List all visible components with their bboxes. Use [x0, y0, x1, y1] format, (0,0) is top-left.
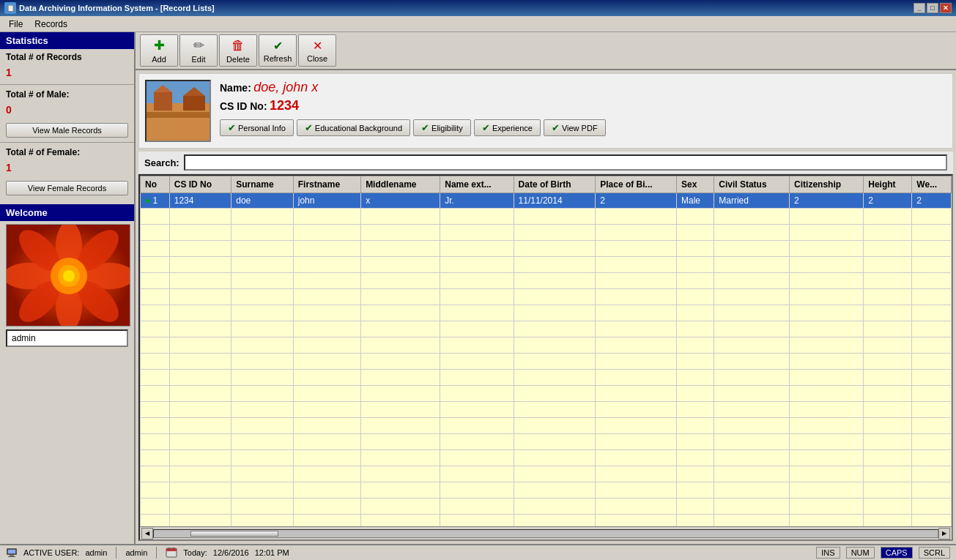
- col-middlename: Middlename: [361, 176, 440, 193]
- window-close-button[interactable]: ✕: [940, 3, 952, 13]
- add-button[interactable]: ✚ Add: [140, 34, 178, 67]
- svg-rect-14: [154, 92, 172, 111]
- col-date-of-birth: Date of Birth: [514, 176, 596, 193]
- right-user-value: admin: [125, 548, 147, 557]
- col-civil-status: Civil Status: [714, 176, 790, 193]
- scroll-track[interactable]: [153, 529, 938, 538]
- caps-indicator: CAPS: [881, 547, 913, 559]
- content-area: ✚ Add ✏ Edit 🗑 Delete ✔ Refresh ✕ Close: [136, 32, 956, 544]
- refresh-button[interactable]: ✔ Refresh: [259, 34, 297, 67]
- table-container: No CS ID No Surname Firstname Middlename…: [138, 174, 953, 541]
- svg-rect-25: [168, 548, 170, 550]
- empty-row: [141, 370, 952, 386]
- svg-rect-22: [8, 556, 15, 557]
- eligibility-button[interactable]: ✔ Eligibility: [413, 119, 471, 136]
- personal-info-button[interactable]: ✔ Personal Info: [220, 119, 294, 136]
- title-bar: 📋 Data Archiving Information System - [R…: [0, 0, 956, 16]
- svg-rect-26: [173, 548, 174, 550]
- title-bar-text: Data Archiving Information System - [Rec…: [19, 4, 215, 12]
- scroll-thumb[interactable]: [190, 531, 278, 537]
- close-icon: ✕: [313, 39, 322, 53]
- empty-row: [141, 337, 952, 354]
- empty-row: [141, 273, 952, 289]
- empty-row: [141, 257, 952, 273]
- record-photo: [145, 80, 211, 142]
- record-action-buttons: ✔ Personal Info ✔ Educational Background…: [220, 119, 946, 136]
- toolbar: ✚ Add ✏ Edit 🗑 Delete ✔ Refresh ✕ Close: [136, 32, 956, 70]
- checkmark-icon-4: ✔: [482, 122, 490, 133]
- empty-row: [141, 209, 952, 225]
- active-user-label: ACTIVE USER:: [23, 548, 79, 557]
- ins-indicator: INS: [816, 547, 840, 559]
- today-date: 12/6/2016: [213, 548, 249, 557]
- calendar-icon: [166, 547, 177, 559]
- welcome-image: [6, 224, 130, 326]
- name-label: Name:: [220, 82, 251, 94]
- empty-row: [141, 354, 952, 370]
- add-icon: ✚: [154, 37, 165, 53]
- col-sex: Sex: [676, 176, 714, 193]
- menu-records[interactable]: Records: [29, 18, 73, 31]
- id-label: CS ID No:: [220, 100, 267, 112]
- total-female-value: 1: [0, 160, 134, 178]
- checkmark-icon-2: ✔: [305, 122, 313, 133]
- empty-row: [141, 450, 952, 466]
- current-time: 12:01 PM: [255, 548, 289, 557]
- horizontal-scrollbar[interactable]: ◀ ▶: [140, 526, 952, 540]
- menu-file[interactable]: File: [3, 18, 29, 31]
- empty-row: [141, 499, 952, 515]
- record-info: Name: doe, john x CS ID No: 1234 ✔ Perso…: [220, 80, 946, 136]
- col-no: No: [141, 176, 170, 193]
- sidebar: Statistics Total # of Records 1 Total # …: [0, 32, 136, 544]
- educational-background-button[interactable]: ✔ Educational Background: [297, 119, 410, 136]
- empty-row: [141, 466, 952, 482]
- app-icon: 📋: [4, 2, 16, 14]
- delete-button[interactable]: 🗑 Delete: [219, 34, 257, 67]
- col-place-of-birth: Place of Bi...: [596, 176, 677, 193]
- total-records-label: Total # of Records: [0, 49, 134, 65]
- svg-rect-24: [166, 548, 177, 551]
- status-bar: ACTIVE USER: admin admin Today: 12/6/201…: [0, 544, 956, 560]
- col-weight: We...: [912, 176, 952, 193]
- total-female-label: Total # of Female:: [0, 144, 134, 160]
- admin-name-field: admin: [6, 329, 128, 347]
- empty-row: [141, 241, 952, 257]
- today-label: Today:: [183, 548, 207, 557]
- maximize-button[interactable]: □: [927, 3, 938, 13]
- menu-bar: File Records: [0, 16, 956, 32]
- empty-row: [141, 386, 952, 402]
- col-height: Height: [864, 176, 912, 193]
- empty-row: [141, 289, 952, 305]
- empty-row: [141, 225, 952, 241]
- view-pdf-button[interactable]: ✔ View PDF: [544, 119, 606, 136]
- experience-button[interactable]: ✔ Experience: [474, 119, 541, 136]
- search-input[interactable]: [184, 154, 947, 171]
- empty-row: [141, 515, 952, 527]
- delete-icon: 🗑: [231, 38, 245, 53]
- empty-row: [141, 482, 952, 499]
- empty-row: [141, 402, 952, 418]
- checkmark-icon-5: ✔: [552, 122, 560, 133]
- checkmark-icon: ✔: [228, 122, 236, 133]
- col-name-ext: Name ext...: [440, 176, 514, 193]
- col-firstname: Firstname: [293, 176, 360, 193]
- empty-row: [141, 321, 952, 337]
- empty-row: [141, 305, 952, 321]
- table-row[interactable]: ● 11234doejohnxJr.11/11/20142MaleMarried…: [141, 193, 952, 209]
- edit-button[interactable]: ✏ Edit: [179, 34, 218, 67]
- scroll-left-arrow[interactable]: ◀: [141, 528, 153, 540]
- search-label: Search:: [144, 157, 179, 168]
- close-button[interactable]: ✕ Close: [298, 34, 336, 67]
- col-cs-id-no: CS ID No: [169, 176, 231, 193]
- minimize-button[interactable]: _: [914, 3, 925, 13]
- edit-icon: ✏: [193, 37, 204, 53]
- scroll-right-arrow[interactable]: ▶: [938, 528, 950, 540]
- status-computer-icon: [6, 547, 18, 559]
- empty-row: [141, 434, 952, 450]
- scrl-indicator: SCRL: [919, 547, 950, 559]
- welcome-title: Welcome: [0, 204, 134, 221]
- svg-point-11: [63, 270, 75, 282]
- view-male-records-button[interactable]: View Male Records: [6, 123, 128, 138]
- svg-rect-18: [147, 112, 211, 118]
- view-female-records-button[interactable]: View Female Records: [6, 181, 128, 195]
